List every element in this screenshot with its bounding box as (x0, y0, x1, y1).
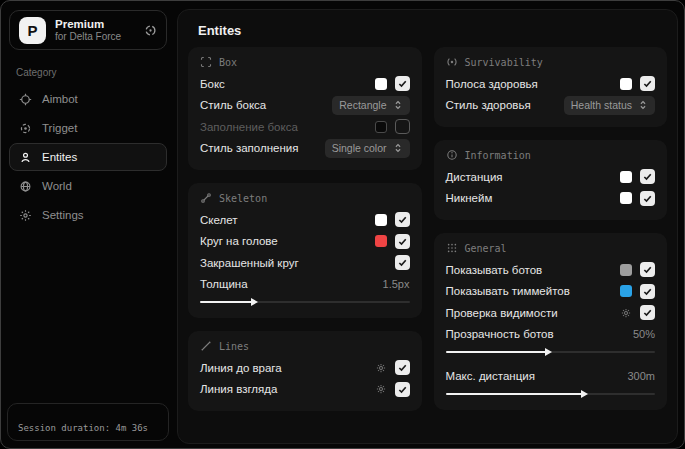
color-swatch[interactable] (620, 192, 632, 204)
person-icon (19, 151, 32, 164)
setting-label: Заполнение бокса (200, 121, 298, 133)
refresh-icon[interactable] (144, 24, 157, 37)
line-icon (200, 340, 212, 352)
box-style-select[interactable]: Rectangle (332, 96, 409, 115)
checkbox-checked[interactable] (640, 191, 655, 206)
health-style-select[interactable]: Health status (564, 96, 655, 115)
sidebar-item-world[interactable]: World (9, 172, 167, 200)
right-column: Survivability Полоса здоровья Стиль здор… (434, 47, 668, 411)
slider-thumb[interactable] (581, 390, 588, 398)
product-text: Premium for Delta Force (55, 17, 121, 44)
setting-label: Прозрачность ботов (446, 328, 554, 340)
checkbox-checked[interactable] (640, 262, 655, 277)
setting-row-nickname: Никнейм (446, 188, 656, 210)
color-swatch[interactable] (620, 78, 632, 90)
left-column: Box Бокс Стиль бокса (188, 47, 422, 411)
setting-row-box-enabled: Бокс (200, 73, 410, 95)
setting-label: Толщина (200, 278, 248, 290)
checkbox-checked[interactable] (395, 255, 410, 270)
slider-thumb[interactable] (251, 298, 258, 306)
color-swatch[interactable] (375, 78, 387, 90)
bounding-box-icon (200, 56, 212, 68)
sidebar-item-aimbot[interactable]: Aimbot (9, 85, 167, 113)
card-header-label: General (465, 243, 507, 254)
checkbox-unchecked[interactable] (395, 119, 410, 134)
color-swatch[interactable] (620, 264, 632, 276)
setting-row-view-line: Линия взгляда (200, 379, 410, 401)
vitals-icon (446, 56, 458, 68)
sidebar-item-settings[interactable]: Settings (9, 201, 167, 229)
color-swatch[interactable] (620, 171, 632, 183)
checkbox-checked[interactable] (395, 234, 410, 249)
checkbox-checked[interactable] (640, 169, 655, 184)
slider-thumb[interactable] (545, 348, 552, 356)
fill-style-select[interactable]: Single color (325, 139, 410, 158)
setting-label: Полоса здоровья (446, 78, 538, 90)
setting-row-show-teammates: Показывать тиммейтов (446, 281, 656, 303)
checkbox-checked[interactable] (640, 305, 655, 320)
color-swatch[interactable] (375, 214, 387, 226)
checkbox-checked[interactable] (395, 76, 410, 91)
setting-label: Макс. дистанция (446, 370, 535, 382)
setting-label: Скелет (200, 214, 237, 226)
setting-label: Дистанция (446, 171, 503, 183)
general-card: General Показывать ботов Показывать тимм… (434, 233, 668, 410)
setting-label: Круг на голове (200, 235, 278, 247)
setting-row-fill-style: Стиль заполнения Single color (200, 138, 410, 160)
sidebar-item-entites[interactable]: Entites (9, 143, 167, 171)
page-title: Entites (178, 10, 677, 47)
settings-gear-icon[interactable] (620, 307, 632, 319)
information-card-header: Information (446, 149, 656, 161)
bots-opacity-value: 50% (633, 328, 655, 340)
skeleton-card-header: Skeleton (200, 192, 410, 204)
select-value: Health status (571, 99, 632, 111)
product-subtitle: for Delta Force (55, 31, 121, 44)
setting-row-show-bots: Показывать ботов (446, 259, 656, 281)
setting-row-bots-opacity: Прозрачность ботов 50% (446, 324, 656, 346)
slider-fill (200, 301, 252, 303)
globe-icon (19, 180, 32, 193)
setting-row-enemy-line: Линия до врага (200, 357, 410, 379)
setting-row-distance: Дистанция (446, 166, 656, 188)
box-card: Box Бокс Стиль бокса (188, 47, 422, 170)
skeleton-card: Skeleton Скелет Круг на голове (188, 183, 422, 318)
chevron-updown-icon (393, 143, 403, 153)
max-distance-slider[interactable] (446, 389, 656, 399)
card-header-label: Box (219, 57, 237, 68)
sidebar: P Premium for Delta Force Category (1, 1, 175, 448)
setting-label: Бокс (200, 78, 225, 90)
cards-columns: Box Бокс Стиль бокса (178, 47, 677, 411)
thickness-value: 1.5px (383, 278, 410, 290)
sidebar-item-label: Settings (42, 209, 84, 221)
settings-gear-icon[interactable] (375, 383, 387, 395)
thickness-slider[interactable] (200, 297, 410, 307)
card-header-label: Skeleton (219, 193, 267, 204)
select-value: Single color (332, 142, 387, 154)
color-swatch[interactable] (620, 285, 632, 297)
select-value: Rectangle (339, 99, 386, 111)
card-header-label: Survivability (465, 57, 543, 68)
checkbox-checked[interactable] (640, 284, 655, 299)
sidebar-item-trigget[interactable]: Trigget (9, 114, 167, 142)
session-duration-card: Session duration: 4m 36s (7, 403, 169, 441)
setting-label: Никнейм (446, 192, 493, 204)
sidebar-item-label: Trigget (42, 122, 77, 134)
lines-card-header: Lines (200, 340, 410, 352)
sidebar-item-label: World (42, 180, 72, 192)
checkbox-checked[interactable] (395, 382, 410, 397)
bots-opacity-slider[interactable] (446, 347, 656, 357)
checkbox-checked[interactable] (640, 76, 655, 91)
setting-row-box-fill: Заполнение бокса (200, 116, 410, 138)
setting-row-box-style: Стиль бокса Rectangle (200, 95, 410, 117)
setting-row-health-bar: Полоса здоровья (446, 73, 656, 95)
setting-label: Показывать ботов (446, 264, 543, 276)
setting-label: Стиль заполнения (200, 142, 298, 154)
color-swatch[interactable] (375, 121, 387, 133)
checkbox-checked[interactable] (395, 212, 410, 227)
product-name: Premium (55, 17, 121, 31)
checkbox-checked[interactable] (395, 360, 410, 375)
card-header-label: Information (465, 150, 531, 161)
settings-gear-icon[interactable] (375, 362, 387, 374)
app-window: P Premium for Delta Force Category (0, 0, 685, 449)
color-swatch[interactable] (375, 235, 387, 247)
